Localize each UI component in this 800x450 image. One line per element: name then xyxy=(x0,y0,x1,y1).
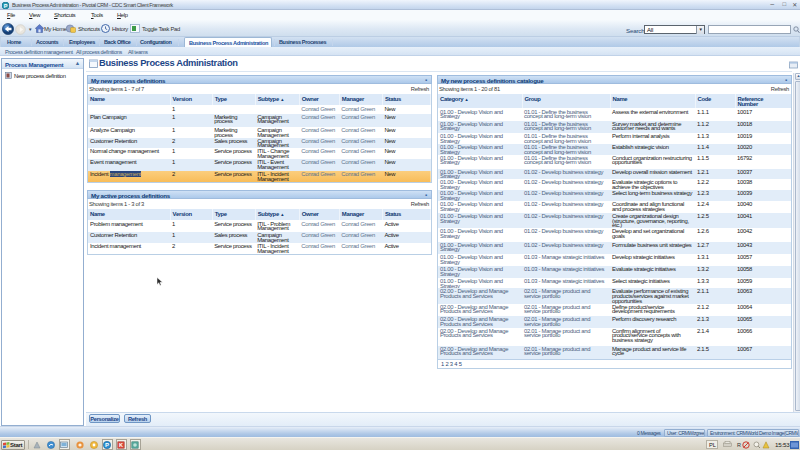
svg-text:P: P xyxy=(105,442,109,448)
svg-text:K: K xyxy=(119,442,123,448)
svg-text:P: P xyxy=(4,2,8,8)
